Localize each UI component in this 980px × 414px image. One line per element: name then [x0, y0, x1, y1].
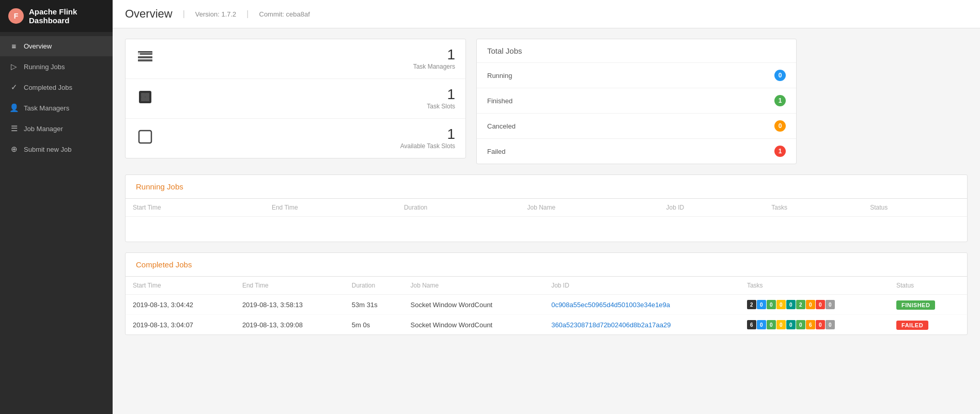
sidebar-item-job-manager[interactable]: ☰ Job Manager [0, 118, 113, 139]
task-managers-icon [136, 50, 154, 68]
sidebar-label-completed-jobs: Completed Jobs [24, 84, 72, 91]
task-box: 0 [757, 300, 766, 309]
col-start-time: Start Time [126, 199, 265, 217]
task-box: 2 [747, 300, 756, 309]
table-row: 2019-08-13, 3:04:422019-08-13, 3:58:1353… [126, 295, 967, 315]
stats-row: 1 Task Managers [125, 39, 968, 164]
running-jobs-thead: Start TimeEnd TimeDurationJob NameJob ID… [126, 199, 967, 217]
summary-row-canceled: Canceled 0 [477, 114, 796, 139]
task-box: 2 [796, 300, 805, 309]
available-task-slots-stat: 1 Available Task Slots [126, 119, 465, 158]
task-box: 0 [786, 300, 796, 309]
sidebar-label-running-jobs: Running Jobs [24, 63, 65, 71]
col-status: Status [889, 277, 967, 295]
summary-rows: Running 0Finished 1Canceled 0Failed 1 [477, 63, 796, 164]
commit-label: Commit: ceba8af [259, 10, 310, 18]
summary-card: Total Jobs Running 0Finished 1Canceled 0… [476, 39, 797, 164]
col-duration: Duration [397, 199, 520, 217]
task-box: 0 [776, 320, 786, 329]
svg-rect-2 [138, 56, 152, 58]
svg-rect-10 [139, 131, 151, 143]
completed-jobs-title: Completed Jobs [126, 253, 967, 277]
svg-rect-3 [138, 59, 152, 61]
task-box: 0 [826, 320, 835, 329]
topbar: Overview | Version: 1.7.2 | Commit: ceba… [113, 0, 980, 28]
job-id-link[interactable]: 360a52308718d72b02406d8b2a17aa29 [551, 321, 671, 329]
status-badge: FINISHED [896, 300, 935, 310]
submit-new-job-icon: ⊕ [9, 145, 19, 154]
summary-row-running: Running 0 [477, 63, 796, 88]
sidebar-item-overview[interactable]: ≡ Overview [0, 36, 113, 56]
sidebar-item-running-jobs[interactable]: ▷ Running Jobs [0, 56, 113, 77]
running-jobs-tbody [126, 217, 967, 242]
sidebar-item-submit-new-job[interactable]: ⊕ Submit new Job [0, 139, 113, 160]
svg-rect-8 [141, 97, 145, 101]
task-box: 0 [806, 300, 815, 309]
col-tasks: Tasks [764, 199, 863, 217]
completed-jobs-tbody: 2019-08-13, 3:04:422019-08-13, 3:58:1353… [126, 295, 967, 335]
start-time: 2019-08-13, 3:04:42 [126, 295, 235, 315]
end-time: 2019-08-13, 3:58:13 [235, 295, 345, 315]
task-managers-label: Task Managers [413, 63, 455, 70]
task-box: 0 [796, 320, 805, 329]
running-jobs-section: Running Jobs Start TimeEnd TimeDurationJ… [125, 174, 968, 242]
summary-row-finished: Finished 1 [477, 88, 796, 114]
task-box: 0 [826, 300, 835, 309]
overview-icon: ≡ [9, 42, 19, 51]
col-end-time: End Time [235, 277, 345, 295]
sidebar-item-task-managers[interactable]: 👤 Task Managers [0, 98, 113, 118]
job-name: Socket Window WordCount [403, 315, 545, 335]
app-name: Apache Flink Dashboard [29, 7, 104, 25]
col-end-time: End Time [265, 199, 397, 217]
sidebar-label-submit-new-job: Submit new Job [24, 146, 72, 153]
col-start-time: Start Time [126, 277, 235, 295]
task-box: 0 [816, 320, 825, 329]
status: FINISHED [889, 295, 967, 315]
sidebar: F Apache Flink Dashboard ≡ Overview▷ Run… [0, 0, 113, 414]
summary-badge: 0 [774, 120, 786, 132]
summary-badge: 1 [774, 146, 786, 157]
version-label: Version: 1.7.2 [195, 10, 237, 18]
duration: 5m 0s [345, 315, 403, 335]
page-title: Overview [125, 7, 173, 21]
job-id[interactable]: 360a52308718d72b02406d8b2a17aa29 [544, 315, 740, 335]
svg-rect-4 [138, 53, 140, 55]
completed-jobs-section: Completed Jobs Start TimeEnd TimeDuratio… [125, 252, 968, 335]
summary-label: Canceled [487, 122, 516, 130]
summary-label: Finished [487, 97, 512, 105]
summary-title: Total Jobs [477, 39, 796, 63]
task-box: 6 [806, 320, 815, 329]
start-time: 2019-08-13, 3:04:07 [126, 315, 235, 335]
task-box: 6 [747, 320, 756, 329]
sidebar-item-completed-jobs[interactable]: ✓ Completed Jobs [0, 77, 113, 98]
table-row: 2019-08-13, 3:04:072019-08-13, 3:09:085m… [126, 315, 967, 335]
task-slots-value: 1 [427, 87, 455, 102]
task-box: 0 [776, 300, 786, 309]
stats-card: 1 Task Managers [125, 39, 466, 158]
col-job-name: Job Name [403, 277, 545, 295]
task-box: 0 [816, 300, 825, 309]
tasks: 200002000 [740, 295, 889, 315]
duration: 53m 31s [345, 295, 403, 315]
running-jobs-title: Running Jobs [126, 175, 967, 199]
col-job-id: Job ID [544, 277, 740, 295]
status-badge: FAILED [896, 321, 928, 330]
job-manager-icon: ☰ [9, 124, 19, 133]
sidebar-label-job-manager: Job Manager [24, 125, 63, 133]
job-id-link[interactable]: 0c908a55ec50965d4d501003e34e1e9a [551, 301, 670, 309]
svg-rect-7 [145, 93, 149, 97]
summary-label: Failed [487, 148, 505, 155]
sidebar-label-task-managers: Task Managers [24, 104, 69, 112]
main-content: Overview | Version: 1.7.2 | Commit: ceba… [113, 0, 980, 414]
task-slots-icon [136, 90, 154, 107]
task-box: 0 [786, 320, 796, 329]
job-id[interactable]: 0c908a55ec50965d4d501003e34e1e9a [544, 295, 740, 315]
summary-badge: 0 [774, 70, 786, 81]
svg-rect-5 [139, 91, 151, 103]
summary-label: Running [487, 72, 512, 79]
available-slots-icon [136, 130, 154, 147]
task-box: 0 [767, 320, 776, 329]
running-jobs-table: Start TimeEnd TimeDurationJob NameJob ID… [126, 199, 967, 242]
completed-jobs-icon: ✓ [9, 83, 19, 92]
col-job-name: Job Name [520, 199, 659, 217]
